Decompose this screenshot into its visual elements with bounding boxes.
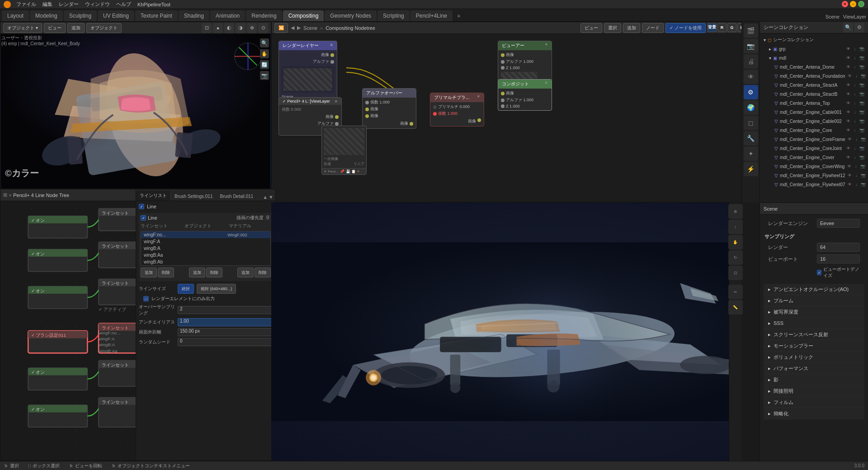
tool-select[interactable]: ↕ bbox=[728, 220, 743, 234]
tree-scene-collection[interactable]: ▾ ◻ シーンコレクション bbox=[760, 35, 868, 44]
tab-brush-detail[interactable]: Brush Detail.011 bbox=[217, 192, 257, 201]
line-size-relative[interactable]: 相対 (640×480...) bbox=[197, 284, 236, 294]
menu-file[interactable]: ファイル bbox=[14, 0, 39, 9]
node-editor-type[interactable]: 🔀 bbox=[274, 23, 288, 33]
premulti-node[interactable]: プリマルチプラ... ✕ プリマルチ 0.000 係数 1.000 画像 bbox=[430, 93, 484, 127]
viewport-add-btn[interactable]: 追加 bbox=[67, 23, 85, 33]
tool-scale[interactable]: ⊡ bbox=[728, 266, 743, 280]
shadows-section-header[interactable]: ▸ 影 bbox=[764, 374, 864, 385]
viewport-shading-wire[interactable]: ⊡ bbox=[202, 23, 212, 33]
oversampling-value[interactable]: 2 bbox=[178, 306, 273, 314]
tab-scripting[interactable]: Scripting bbox=[377, 10, 410, 21]
menu-kh[interactable]: KhPipelineTool bbox=[135, 1, 173, 8]
tab-sculpting[interactable]: Sculpting bbox=[64, 10, 97, 21]
node-canvas[interactable]: レンダーレイヤー ✕ 画像 アルファ Scene ビューレイヤー ▾ bbox=[272, 34, 759, 202]
tree-cable002[interactable]: ▽ mdl_Center_Engine_Cable002 👁 ↓ 📷 bbox=[760, 117, 868, 126]
film-section-header[interactable]: ▸ フィルム bbox=[764, 397, 864, 408]
ship-viewport[interactable] bbox=[271, 202, 741, 461]
indirect-section-header[interactable]: ▸ 間接照明 bbox=[764, 385, 864, 396]
tree-cable001[interactable]: ▽ mdl_Center_Engine_Cable001 👁 ↓ 📷 bbox=[760, 108, 868, 117]
viewport-shading-material[interactable]: ◐ bbox=[224, 23, 234, 33]
prop-settings-icon[interactable]: ⚙ bbox=[744, 85, 758, 99]
tab-compositing[interactable]: Compositing bbox=[283, 10, 324, 21]
line-item-0[interactable]: wingF:no... WingF:002 bbox=[141, 231, 270, 238]
tree-engine-core[interactable]: ▽ mdl_Center_Engine_Core 👁 ↓ 📷 bbox=[760, 126, 868, 135]
tab-geometry-nodes[interactable]: Geometry Nodes bbox=[325, 10, 377, 21]
prop-physics-icon[interactable]: ⚡ bbox=[744, 162, 758, 176]
tree-engine-coreframe[interactable]: ▽ mdl_Center_Engine_CoreFrame 👁 ↓ 📷 bbox=[760, 135, 868, 144]
nav-camera[interactable]: 📷 bbox=[260, 71, 269, 80]
viewport-obj-btn[interactable]: オブジェクト bbox=[86, 23, 122, 33]
tree-flywheel12[interactable]: ▽ mdl_Center_Engine_Flywheel12 👁 ↓ 📷 bbox=[760, 171, 868, 180]
prop-particles-icon[interactable]: ✦ bbox=[744, 146, 758, 161]
btn-rgb[interactable]: 背景 bbox=[708, 23, 717, 32]
tool-measure[interactable]: 📏 bbox=[728, 300, 743, 315]
composite-node[interactable]: コンポジット ✕ 画像 アルファ 1.000 Z 1.000 bbox=[498, 79, 552, 111]
menu-render[interactable]: レンダー bbox=[56, 0, 81, 9]
btn-remove-mat[interactable]: 削除 bbox=[255, 268, 271, 277]
tab-texture-paint[interactable]: Texture Paint bbox=[135, 10, 178, 21]
tree-antena-stracta[interactable]: ▽ mdl_Center_Antena_StractA 👁 ↓ 📷 bbox=[760, 80, 868, 89]
viewport-samples-value[interactable]: 16 bbox=[817, 254, 860, 263]
tab-animation[interactable]: Animation bbox=[210, 10, 245, 21]
alpha-over-node[interactable]: アルファオーバー 係数 1.000 画像 画像 画像 bbox=[362, 88, 416, 129]
prop-render-icon[interactable]: 📷 bbox=[744, 39, 758, 53]
viewport-content[interactable]: ユーザー・透視投影(4) emp | mdl_Center_Keel_Keel_… bbox=[0, 34, 271, 188]
viewport-mode-btn[interactable]: オブジェクト ▾ bbox=[3, 23, 42, 33]
btn-add-lineset[interactable]: 追加 bbox=[141, 268, 157, 277]
scene-tree-options[interactable]: ⚙ bbox=[854, 23, 864, 33]
outside-value[interactable]: 150.00 px bbox=[178, 328, 273, 336]
bloom-section-header[interactable]: ▸ ブルーム bbox=[764, 295, 864, 306]
render-engine-select[interactable]: Eevee bbox=[817, 219, 860, 228]
viewport-gizmo-btn[interactable]: ⊕ bbox=[247, 23, 257, 33]
prop-world-icon[interactable]: 🌍 bbox=[744, 100, 758, 115]
nav-pan[interactable]: ✋ bbox=[260, 49, 269, 58]
bottom-preview-node[interactable]: 一次画像 合成リニア ✕ Penc... 📌 💾 📋 ✕ bbox=[321, 126, 367, 175]
minimize-button[interactable]: − bbox=[850, 1, 856, 7]
btn-g[interactable]: G bbox=[727, 23, 736, 32]
nav-rotate[interactable]: 🔄 bbox=[260, 60, 269, 69]
btn-remove-obj[interactable]: 削除 bbox=[206, 268, 222, 277]
tab-modeling[interactable]: Modeling bbox=[30, 10, 63, 21]
viewport-overlay-btn[interactable]: ⊙ bbox=[258, 23, 268, 33]
line-section-check[interactable]: ✓ bbox=[141, 215, 146, 221]
tree-grp[interactable]: ▸ ▣ grp 👁 ↓ 📷 bbox=[760, 44, 868, 53]
tab-rendering[interactable]: Rendering bbox=[246, 10, 282, 21]
dof-section-header[interactable]: ▸ 被写界深度 bbox=[764, 306, 864, 317]
denoize-checkbox[interactable]: ✓ bbox=[817, 270, 821, 275]
line-item-4[interactable]: wingB:Ab bbox=[141, 258, 270, 265]
scene-tree-filter[interactable]: 🔍 bbox=[843, 23, 853, 33]
tab-uv-editing[interactable]: UV Editing bbox=[98, 10, 134, 21]
node-use-btn[interactable]: ✓ ノードを使用 bbox=[665, 23, 706, 33]
tool-annotate[interactable]: ✏ bbox=[728, 285, 743, 299]
ao-section-header[interactable]: ▸ アンビエントオクルージョン(AO) bbox=[764, 284, 864, 295]
line-items-list[interactable]: wingF:no... WingF:002 wingF:A wingB:A wi… bbox=[141, 231, 271, 266]
breadcrumb-scene[interactable]: Scene bbox=[303, 25, 317, 31]
menu-edit[interactable]: 編集 bbox=[40, 0, 55, 9]
tree-engine-coverwing[interactable]: ▽ mdl_Center_Engine_CoverWing 👁 ↓ 📷 bbox=[760, 162, 868, 171]
random-seed-value[interactable]: 0 bbox=[178, 338, 273, 346]
viewport-shading-solid[interactable]: ● bbox=[213, 23, 223, 33]
performance-section-header[interactable]: ▸ パフォーマンス bbox=[764, 363, 864, 374]
add-workspace-tab[interactable]: + bbox=[453, 10, 464, 21]
menu-help[interactable]: ヘルプ bbox=[113, 0, 134, 9]
tool-arrange[interactable]: ⊕ bbox=[728, 204, 743, 219]
tree-flywheel07[interactable]: ▽ mdl_Center_Engine_Flywheel07 👁 ↓ 📷 bbox=[760, 180, 868, 189]
close-button[interactable]: ✕ bbox=[842, 1, 848, 7]
panel-arrow-up[interactable]: ▲ bbox=[263, 194, 268, 200]
btn-r[interactable]: R bbox=[717, 23, 726, 32]
tool-grab[interactable]: ✋ bbox=[728, 235, 743, 249]
line-item-2[interactable]: wingB:A bbox=[141, 245, 270, 252]
line-item-3[interactable]: wingB:Aa bbox=[141, 252, 270, 258]
render-samples-value[interactable]: 64 bbox=[817, 243, 860, 252]
tool-rotate[interactable]: ↻ bbox=[728, 250, 743, 265]
line-item-1[interactable]: wingF:A bbox=[141, 238, 270, 245]
node-select[interactable]: 選択 bbox=[604, 23, 621, 33]
prop-scene-icon[interactable]: 🎬 bbox=[744, 24, 758, 38]
sss-section-header[interactable]: ▸ SSS bbox=[764, 318, 864, 329]
node-node[interactable]: ノード bbox=[642, 23, 664, 33]
tab-shading[interactable]: Shading bbox=[179, 10, 209, 21]
btn-add-obj[interactable]: 追加 bbox=[189, 268, 205, 277]
tree-antena-foundation[interactable]: ▽ mdl_Center_Antena_Foundation 👁 ↓ 📷 bbox=[760, 71, 868, 80]
tree-antena-top[interactable]: ▽ mdl_Center_Antena_Top 👁 ↓ 📷 bbox=[760, 99, 868, 108]
